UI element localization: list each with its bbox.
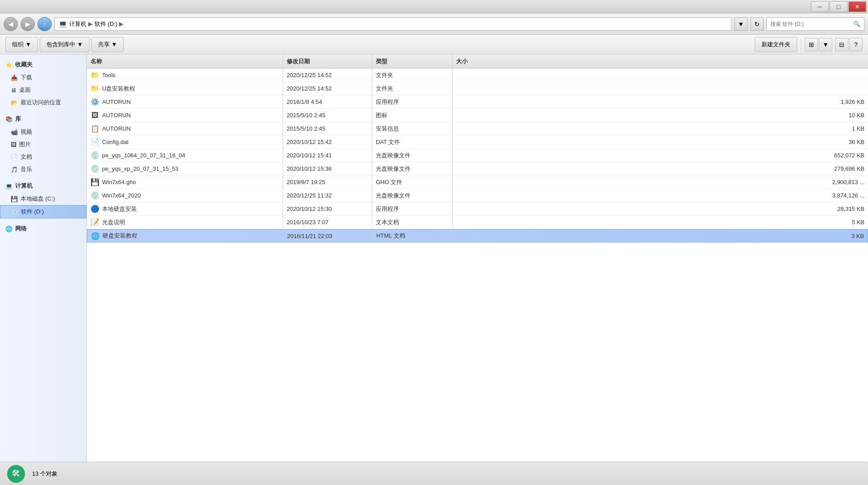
- sidebar-item-software-d[interactable]: 💿 软件 (D:): [0, 205, 86, 218]
- back-icon: ◀: [8, 21, 13, 28]
- status-icon: 🛠: [7, 465, 25, 483]
- file-icon-html: 🌐: [91, 231, 100, 240]
- sidebar-header-favorites[interactable]: ⭐ 收藏夹: [0, 58, 86, 71]
- sidebar-section-network: 🌐 网络: [0, 222, 86, 235]
- file-icon-folder: 📁: [91, 84, 99, 93]
- file-name-text: Win7x64.gho: [102, 179, 136, 185]
- file-icon-iso: 💿: [91, 191, 99, 200]
- share-label: 共享: [98, 41, 110, 49]
- sidebar-item-desktop[interactable]: 🖥 桌面: [0, 84, 86, 96]
- include-button[interactable]: 包含到库中 ▼: [40, 37, 90, 52]
- sidebar-header-network[interactable]: 🌐 网络: [0, 222, 86, 235]
- sidebar-section-favorites: ⭐ 收藏夹 📥 下载 🖥 桌面 📂 最近访问的位置: [0, 58, 86, 109]
- toolbar: 组织 ▼ 包含到库中 ▼ 共享 ▼ 新建文件夹 ⊞ ▼ ⊟ ?: [0, 35, 868, 54]
- file-name-text: 本地硬盘安装: [102, 205, 137, 213]
- file-name-cell: 💿 Win7x64_2020: [87, 189, 283, 202]
- search-bar[interactable]: 🔍: [766, 17, 864, 31]
- help-button[interactable]: ?: [849, 38, 863, 51]
- image-label: 图片: [19, 140, 31, 148]
- table-row[interactable]: 💿 pe_yqs_xp_20_07_31_15_53 2020/10/12 15…: [87, 162, 868, 176]
- toolbar-separator: [801, 38, 801, 51]
- file-icon-dat: 📄: [91, 138, 99, 147]
- file-icon-iso: 💿: [91, 151, 99, 160]
- column-size[interactable]: 大小: [453, 54, 868, 68]
- file-icon-folder: 📁: [91, 71, 99, 80]
- sidebar-item-local-c[interactable]: 💾 本地磁盘 (C:): [0, 193, 86, 205]
- file-rows: 📁 Tools 2020/12/25 14:52 文件夹 📁 U盘安装教程 20…: [87, 69, 868, 242]
- breadcrumb-drive: 软件 (D:): [95, 20, 117, 28]
- refresh-icon-btn[interactable]: ↻: [750, 17, 764, 31]
- minimize-button[interactable]: ─: [811, 1, 829, 12]
- file-date-cell: 2020/10/12 15:30: [283, 202, 372, 215]
- view-mode-button[interactable]: ⊞: [805, 38, 818, 51]
- column-name[interactable]: 名称: [87, 54, 283, 68]
- table-row[interactable]: 📋 AUTORUN 2015/5/10 2:45 安装信息 1 KB: [87, 122, 868, 136]
- table-row[interactable]: 📁 Tools 2020/12/25 14:52 文件夹: [87, 69, 868, 82]
- file-icon-gho: 💾: [91, 178, 99, 187]
- computer-sidebar-icon: 💻: [5, 183, 12, 189]
- title-bar: ─ □ ✕: [0, 0, 868, 13]
- file-name-cell: 🌐 硬盘安装教程: [87, 230, 284, 242]
- sidebar-header-library[interactable]: 📚 库: [0, 112, 86, 126]
- view-dropdown-icon: ▼: [823, 41, 829, 48]
- local-c-label: 本地磁盘 (C:): [21, 195, 55, 203]
- file-name-cell: 📁 Tools: [87, 69, 283, 82]
- file-icon-txt: 📝: [91, 218, 99, 227]
- forward-button[interactable]: ▶: [21, 17, 35, 31]
- desktop-icon: 🖥: [11, 87, 16, 94]
- sidebar-item-download[interactable]: 📥 下载: [0, 71, 86, 84]
- table-row[interactable]: 📄 Config.dat 2020/10/12 15:42 DAT 文件 36 …: [87, 136, 868, 149]
- table-row[interactable]: 📝 光盘说明 2016/10/23 7:07 文本文档 5 KB: [87, 216, 868, 229]
- maximize-button[interactable]: □: [830, 1, 847, 12]
- recent-icon: 📂: [11, 99, 18, 106]
- view-dropdown-button[interactable]: ▼: [819, 38, 832, 51]
- sidebar-item-doc[interactable]: 📄 文档: [0, 151, 86, 163]
- file-size-cell: 28,315 KB: [453, 202, 868, 215]
- search-icon: 🔍: [853, 21, 860, 27]
- column-type[interactable]: 类型: [372, 54, 453, 68]
- column-date[interactable]: 修改日期: [283, 54, 372, 68]
- include-dropdown-icon: ▼: [77, 41, 83, 48]
- sidebar-section-computer: 💻 计算机 💾 本地磁盘 (C:) 💿 软件 (D:): [0, 179, 86, 218]
- file-date-cell: 2016/1/8 4:54: [283, 95, 372, 108]
- table-row[interactable]: ⚙️ AUTORUN 2016/1/8 4:54 应用程序 1,926 KB: [87, 95, 868, 109]
- refresh-button[interactable]: ▼: [734, 17, 748, 31]
- change-view-button[interactable]: ⊟: [835, 38, 848, 51]
- share-button[interactable]: 共享 ▼: [91, 37, 124, 52]
- close-button[interactable]: ✕: [848, 1, 866, 12]
- include-label: 包含到库中: [46, 41, 75, 49]
- table-row[interactable]: 🖼 AUTORUN 2015/5/10 2:45 图标 10 KB: [87, 109, 868, 122]
- table-row[interactable]: 📁 U盘安装教程 2020/12/25 14:52 文件夹: [87, 82, 868, 95]
- file-type-cell: 光盘映像文件: [372, 149, 453, 162]
- table-row[interactable]: 💾 Win7x64.gho 2019/9/7 19:25 GHO 文件 2,90…: [87, 176, 868, 189]
- new-folder-button[interactable]: 新建文件夹: [755, 37, 797, 52]
- sidebar-item-video[interactable]: 📹 视频: [0, 126, 86, 138]
- file-name-text: U盘安装教程: [102, 85, 135, 93]
- search-input[interactable]: [770, 21, 852, 27]
- file-name-text: AUTORUN: [102, 112, 131, 119]
- sidebar-section-library: 📚 库 📹 视频 🖼 图片 📄 文档 🎵 音乐: [0, 112, 86, 176]
- breadcrumb[interactable]: 💻 计算机 ▶ 软件 (D:) ▶: [54, 17, 732, 31]
- file-name-text: pe_yqs_xp_20_07_31_15_53: [102, 165, 178, 172]
- table-row[interactable]: 🔵 本地硬盘安装 2020/10/12 15:30 应用程序 28,315 KB: [87, 202, 868, 216]
- sidebar-item-recent[interactable]: 📂 最近访问的位置: [0, 96, 86, 109]
- file-date-cell: 2020/10/12 15:42: [283, 136, 372, 148]
- back-button[interactable]: ◀: [4, 17, 18, 31]
- file-date-cell: 2020/12/25 11:32: [283, 189, 372, 202]
- up-button[interactable]: ↑: [37, 17, 52, 31]
- table-row[interactable]: 💿 pe_yqs_1064_20_07_31_16_04 2020/10/12 …: [87, 149, 868, 162]
- sidebar-item-music[interactable]: 🎵 音乐: [0, 163, 86, 176]
- software-d-label: 软件 (D:): [21, 208, 44, 216]
- file-name-cell: 🖼 AUTORUN: [87, 109, 283, 122]
- organize-label: 组织: [12, 41, 24, 49]
- sidebar-item-image[interactable]: 🖼 图片: [0, 138, 86, 151]
- sidebar-header-computer[interactable]: 💻 计算机: [0, 179, 86, 193]
- table-row[interactable]: 🌐 硬盘安装教程 2016/11/21 22:03 HTML 文档 3 KB: [87, 229, 868, 242]
- file-type-cell: 文件夹: [372, 82, 453, 95]
- file-date-cell: 2019/9/7 19:25: [283, 176, 372, 189]
- table-row[interactable]: 💿 Win7x64_2020 2020/12/25 11:32 光盘映像文件 3…: [87, 189, 868, 202]
- file-date-cell: 2016/11/21 22:03: [284, 230, 373, 242]
- organize-button[interactable]: 组织 ▼: [5, 37, 38, 52]
- file-name-text: 光盘说明: [102, 218, 125, 226]
- file-name-cell: 💿 pe_yqs_1064_20_07_31_16_04: [87, 149, 283, 162]
